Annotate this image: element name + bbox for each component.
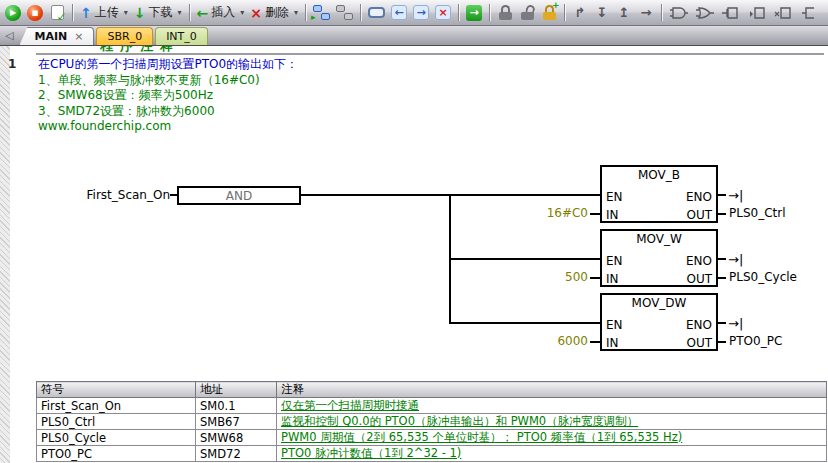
delete-caret-icon[interactable]: ▾ <box>294 8 298 17</box>
delete-button[interactable]: × 删除 ▾ <box>248 2 300 24</box>
upload-button[interactable]: ↑ 上传 ▾ <box>78 2 130 24</box>
pou-blue-button[interactable]: ▸ <box>311 2 332 24</box>
tab-scroll-left-icon[interactable]: ◁ <box>5 29 13 42</box>
unlock-icon <box>521 5 534 20</box>
pou-gray-button[interactable] <box>334 2 355 24</box>
main-toolbar: ▶ ■ ✓ ↑ 上传 ▾ ↓ 下载 ▾ ← 插入 ▾ × 删除 ▾ ▸ ← <box>0 0 828 26</box>
eno-open-branch: →| <box>728 316 743 331</box>
col-comment[interactable]: 注释 <box>277 382 827 398</box>
clipped-gate-button[interactable] <box>797 2 817 24</box>
program-comment-clipped: 程序注释 <box>100 46 180 53</box>
lock-button[interactable] <box>495 2 515 24</box>
network-comment[interactable]: 在CPU的第一个扫描周期设置PTO0的输出如下： 1、单段、频率与脉冲数不更新（… <box>38 57 298 135</box>
cell-symbol[interactable]: PLS0_Cycle <box>37 430 196 446</box>
operand-in-value[interactable]: 16#C0 <box>488 206 588 220</box>
goto-button[interactable]: → <box>464 2 484 24</box>
wire <box>716 258 726 260</box>
operand-out-label[interactable]: PLS0_Cycle <box>729 270 797 284</box>
operand-in-value[interactable]: 500 <box>488 270 588 284</box>
clipped-gate-icon <box>800 5 814 21</box>
comment-line: www.founderchip.com <box>38 119 298 135</box>
symbol-table: 符号 地址 注释 First_Scan_On SM0.1 仅在第一个扫描周期时接… <box>36 381 827 462</box>
wire <box>170 194 177 196</box>
branch-corner-button[interactable]: ↱ <box>570 2 590 24</box>
xbox-button[interactable] <box>771 2 795 24</box>
table-row: PLS0_Cycle SMW68 PWM0 周期值（2到 65,535 个单位时… <box>37 430 827 446</box>
port-out: OUT <box>686 336 712 350</box>
unlock-button[interactable] <box>517 2 537 24</box>
coil-box-button[interactable] <box>745 2 769 24</box>
cell-comment[interactable]: 监视和控制 Q0.0的 PTO0（脉冲串输出）和 PWM0（脉冲宽度调制） <box>277 414 827 430</box>
or-gate-button[interactable] <box>693 2 717 24</box>
wire-branch-movdw <box>451 322 600 324</box>
cell-address[interactable]: SM0.1 <box>196 398 277 414</box>
branch-down-button[interactable]: ↧ <box>592 2 612 24</box>
download-button[interactable]: ↓ 下载 ▾ <box>132 2 184 24</box>
pou-blocks-gray-icon <box>336 5 353 20</box>
not-box-button[interactable] <box>719 2 743 24</box>
bookmark-next-icon: → <box>413 5 428 20</box>
tab-sbr0-label: SBR_0 <box>107 30 142 43</box>
cell-address[interactable]: SMW68 <box>196 430 277 446</box>
network-box-icon <box>368 7 385 18</box>
tab-sbr0[interactable]: SBR_0 <box>96 27 153 45</box>
branch-down-icon: ↧ <box>597 6 608 19</box>
tab-main[interactable]: MAIN × <box>19 27 94 45</box>
cell-comment[interactable]: PWM0 周期值（2到 65,535 个单位时基）； PTO0 频率值（1到 6… <box>277 430 827 446</box>
tab-int0[interactable]: INT_0 <box>155 27 208 45</box>
comment-line: 在CPU的第一个扫描周期设置PTO0的输出如下： <box>38 57 298 73</box>
branch-up-button[interactable]: ↥ <box>614 2 634 24</box>
port-in: IN <box>606 336 619 350</box>
x-box-icon <box>773 5 793 21</box>
download-icon: ↓ <box>134 6 146 20</box>
cell-symbol[interactable]: PLS0_Ctrl <box>37 414 196 430</box>
stop-button[interactable]: ■ <box>25 2 45 24</box>
cell-comment[interactable]: 仅在第一个扫描周期时接通 <box>277 398 827 414</box>
branch-corner-icon: ↱ <box>575 6 586 19</box>
add-lock-icon: + <box>543 5 556 20</box>
bookmark-prev-button[interactable]: ← <box>389 2 409 24</box>
eno-open-branch: →| <box>728 188 743 203</box>
download-caret-icon[interactable]: ▾ <box>177 8 181 17</box>
port-eno: ENO <box>686 190 712 204</box>
run-button[interactable]: ▶ <box>3 2 23 24</box>
wire <box>716 341 726 343</box>
clear-bookmarks-button[interactable]: × <box>433 2 453 24</box>
cell-address[interactable]: SMB67 <box>196 414 277 430</box>
tab-int0-label: INT_0 <box>166 30 197 43</box>
wire <box>716 194 726 196</box>
operand-in-value[interactable]: 6000 <box>488 334 588 348</box>
insert-caret-icon[interactable]: ▾ <box>240 8 244 17</box>
and-stack-box[interactable]: AND <box>177 186 301 205</box>
delete-label: 删除 <box>265 4 289 21</box>
cell-comment[interactable]: PTO0 脉冲计数值（1到 2^32 - 1) <box>277 446 827 462</box>
cell-symbol[interactable]: PTO0_PC <box>37 446 196 462</box>
compile-button[interactable]: ✓ <box>47 2 67 24</box>
col-address[interactable]: 地址 <box>196 382 277 398</box>
comment-text: PWM0 周期值（2到 65,535 个单位时基）； PTO0 频率值（1到 6… <box>281 430 682 444</box>
bookmark-next-button[interactable]: → <box>411 2 431 24</box>
block-mov-dw[interactable]: MOV_DW EN ENO IN OUT <box>600 293 718 351</box>
branch-right-button[interactable]: → <box>636 2 656 24</box>
download-label: 下载 <box>148 4 172 21</box>
add-password-button[interactable]: + <box>539 2 559 24</box>
and-gate-button[interactable] <box>667 2 691 24</box>
operand-out-label[interactable]: PLS0_Ctrl <box>729 206 786 220</box>
col-symbol[interactable]: 符号 <box>37 382 196 398</box>
tab-close-icon[interactable]: × <box>74 30 83 43</box>
comment-line: 2、SMW68设置：频率为500Hz <box>38 88 298 104</box>
upload-caret-icon[interactable]: ▾ <box>124 8 128 17</box>
cell-symbol[interactable]: First_Scan_On <box>37 398 196 414</box>
operand-out-label[interactable]: PTO0_PC <box>729 334 782 348</box>
block-mov-w[interactable]: MOV_W EN ENO IN OUT <box>600 229 718 287</box>
branch-up-icon: ↥ <box>619 6 630 19</box>
microwin-window: ▶ ■ ✓ ↑ 上传 ▾ ↓ 下载 ▾ ← 插入 ▾ × 删除 ▾ ▸ ← <box>0 0 828 463</box>
insert-button[interactable]: ← 插入 ▾ <box>195 2 247 24</box>
block-mov-b[interactable]: MOV_B EN ENO IN OUT <box>600 165 718 223</box>
network-box-button[interactable] <box>366 2 387 24</box>
coil-box-icon <box>747 5 767 21</box>
contact-first-scan-on[interactable]: First_Scan_On <box>78 188 170 202</box>
port-en: EN <box>606 190 623 204</box>
toolbar-separator <box>564 4 565 21</box>
cell-address[interactable]: SMD72 <box>196 446 277 462</box>
